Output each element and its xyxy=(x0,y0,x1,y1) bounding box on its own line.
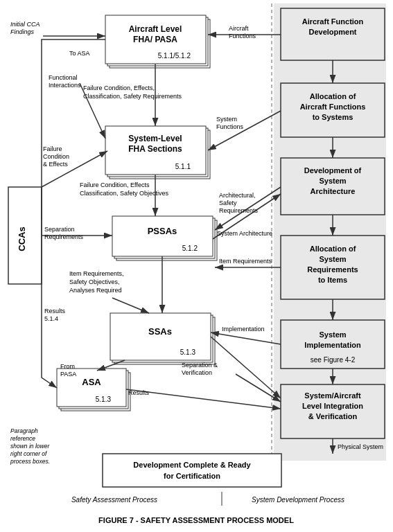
svg-text:right corner of: right corner of xyxy=(10,450,48,457)
svg-text:5.1.2: 5.1.2 xyxy=(182,245,198,252)
svg-text:Requirements: Requirements xyxy=(307,265,358,274)
svg-text:for Certification: for Certification xyxy=(164,472,220,480)
svg-text:Findings: Findings xyxy=(10,28,35,35)
svg-text:PSSAs: PSSAs xyxy=(148,226,177,236)
svg-text:& Verification: & Verification xyxy=(308,412,358,420)
svg-text:Failure Condition, Effects,: Failure Condition, Effects, xyxy=(83,85,155,91)
svg-text:to Systems: to Systems xyxy=(313,113,353,121)
svg-text:5.1.3: 5.1.3 xyxy=(96,396,112,403)
svg-rect-17 xyxy=(112,216,213,256)
svg-text:System: System xyxy=(319,177,346,185)
svg-text:Safety Objectives,: Safety Objectives, xyxy=(69,278,120,285)
svg-text:Architecture: Architecture xyxy=(311,187,356,195)
svg-text:System-Level: System-Level xyxy=(128,134,182,143)
svg-text:Condition: Condition xyxy=(43,153,69,160)
svg-text:Physical System: Physical System xyxy=(338,443,383,450)
svg-text:FHA Sections: FHA Sections xyxy=(128,144,182,154)
svg-text:Results: Results xyxy=(128,389,150,396)
svg-text:see Figure 4-2: see Figure 4-2 xyxy=(311,356,356,364)
svg-text:System/Aircraft: System/Aircraft xyxy=(304,391,361,400)
svg-text:Initial CCA: Initial CCA xyxy=(10,21,40,28)
svg-text:System Architecture: System Architecture xyxy=(217,230,272,237)
svg-text:Safety: Safety xyxy=(219,200,237,206)
svg-text:Architectural,: Architectural, xyxy=(219,192,256,199)
svg-text:Aircraft Level: Aircraft Level xyxy=(129,24,182,34)
svg-text:Item Requirements: Item Requirements xyxy=(219,258,272,265)
svg-text:System: System xyxy=(319,330,346,339)
svg-text:FIGURE 7 - SAFETY ASSESSMENT P: FIGURE 7 - SAFETY ASSESSMENT PROCESS MOD… xyxy=(98,516,294,524)
svg-text:Aircraft Function: Aircraft Function xyxy=(302,17,364,26)
svg-text:to Items: to Items xyxy=(318,276,347,284)
svg-text:Functional: Functional xyxy=(49,74,78,81)
svg-text:Implementation: Implementation xyxy=(304,341,361,349)
svg-text:Failure: Failure xyxy=(43,145,62,152)
svg-text:Level Integration: Level Integration xyxy=(302,402,363,410)
svg-text:Allocation of: Allocation of xyxy=(310,92,356,100)
svg-text:Results: Results xyxy=(44,308,66,314)
svg-text:Functions: Functions xyxy=(216,123,244,130)
svg-text:Aircraft Functions: Aircraft Functions xyxy=(300,103,366,111)
svg-text:& Effects: & Effects xyxy=(43,161,68,168)
svg-text:Interactions: Interactions xyxy=(49,82,81,89)
svg-text:System: System xyxy=(216,116,237,123)
svg-text:SSAs: SSAs xyxy=(148,326,172,337)
svg-text:Functions: Functions xyxy=(229,33,256,39)
svg-text:FHA/ PASA: FHA/ PASA xyxy=(133,35,177,44)
svg-text:PASA: PASA xyxy=(60,371,76,378)
svg-text:5.1.1/5.1.2: 5.1.1/5.1.2 xyxy=(158,52,191,60)
svg-text:Aircraft: Aircraft xyxy=(229,25,249,32)
svg-text:5.1.3: 5.1.3 xyxy=(180,348,196,356)
svg-text:reference: reference xyxy=(10,435,35,442)
svg-text:Implementation: Implementation xyxy=(222,326,265,332)
svg-rect-22 xyxy=(110,313,211,360)
svg-rect-56 xyxy=(103,454,281,487)
svg-text:Analyses Required: Analyses Required xyxy=(69,287,122,294)
svg-text:Separation &: Separation & xyxy=(182,362,218,369)
svg-text:CCAs: CCAs xyxy=(17,227,27,251)
svg-text:Item Requirements,: Item Requirements, xyxy=(69,270,124,277)
svg-text:From: From xyxy=(60,363,75,370)
svg-text:Separation: Separation xyxy=(44,226,75,233)
svg-text:5.1.4: 5.1.4 xyxy=(44,315,58,322)
svg-text:Failure Condition, Effects: Failure Condition, Effects xyxy=(80,181,150,188)
svg-text:To ASA: To ASA xyxy=(69,50,90,57)
svg-text:Verification: Verification xyxy=(182,369,212,376)
svg-text:5.1.1: 5.1.1 xyxy=(175,163,191,170)
svg-text:Safety Assessment Process: Safety Assessment Process xyxy=(71,496,157,504)
svg-text:Classification, Safety Objecti: Classification, Safety Objectives xyxy=(80,190,169,197)
svg-text:shown in lower: shown in lower xyxy=(10,443,50,450)
svg-text:System: System xyxy=(319,255,346,263)
svg-text:Allocation of: Allocation of xyxy=(310,245,356,253)
svg-text:Development: Development xyxy=(308,28,356,36)
svg-text:Paragraph: Paragraph xyxy=(10,427,38,434)
svg-text:process boxes.: process boxes. xyxy=(10,458,50,465)
svg-text:ASA: ASA xyxy=(82,377,101,387)
svg-text:Classification, Safety Require: Classification, Safety Requirements xyxy=(83,93,182,100)
diagram-container: Aircraft Level FHA/ PASA 5.1.1/5.1.2 Sys… xyxy=(0,0,393,532)
svg-text:Development Complete & Ready: Development Complete & Ready xyxy=(133,461,251,469)
svg-text:System Development Process: System Development Process xyxy=(252,496,344,504)
svg-text:Development of: Development of xyxy=(304,166,362,175)
svg-text:Requirements: Requirements xyxy=(44,233,84,240)
